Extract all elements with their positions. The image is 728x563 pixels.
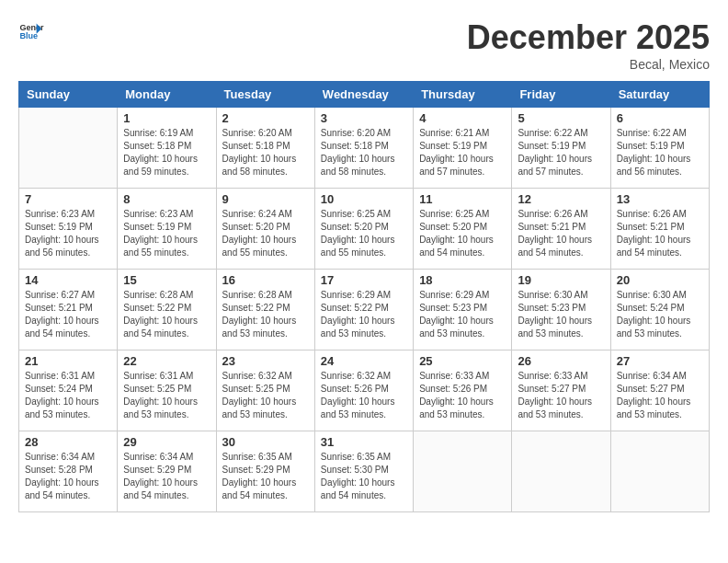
calendar-cell: 27Sunrise: 6:34 AM Sunset: 5:27 PM Dayli… xyxy=(610,350,709,431)
date-number: 22 xyxy=(123,354,210,368)
date-number: 21 xyxy=(25,354,111,368)
cell-info: Sunrise: 6:20 AM Sunset: 5:18 PM Dayligh… xyxy=(222,127,309,178)
date-number: 26 xyxy=(518,354,604,368)
date-number: 4 xyxy=(419,111,506,125)
date-number: 25 xyxy=(419,354,506,368)
date-number: 6 xyxy=(617,111,703,125)
cell-info: Sunrise: 6:34 AM Sunset: 5:27 PM Dayligh… xyxy=(617,370,703,421)
date-number: 29 xyxy=(123,435,210,449)
calendar-cell xyxy=(414,431,512,512)
calendar-cell: 14Sunrise: 6:27 AM Sunset: 5:21 PM Dayli… xyxy=(19,270,118,350)
date-number: 24 xyxy=(321,354,407,368)
date-number: 23 xyxy=(222,354,309,368)
calendar-cell: 1Sunrise: 6:19 AM Sunset: 5:18 PM Daylig… xyxy=(118,108,216,189)
date-number: 3 xyxy=(321,111,407,125)
cell-info: Sunrise: 6:33 AM Sunset: 5:26 PM Dayligh… xyxy=(419,370,506,421)
day-header-thursday: Thursday xyxy=(414,82,512,108)
cell-info: Sunrise: 6:30 AM Sunset: 5:24 PM Dayligh… xyxy=(617,289,703,340)
cell-info: Sunrise: 6:28 AM Sunset: 5:22 PM Dayligh… xyxy=(222,289,309,340)
calendar-cell: 3Sunrise: 6:20 AM Sunset: 5:18 PM Daylig… xyxy=(314,108,413,189)
cell-info: Sunrise: 6:30 AM Sunset: 5:23 PM Dayligh… xyxy=(518,289,604,340)
logo-icon: General Blue xyxy=(18,18,44,44)
calendar-table: SundayMondayTuesdayWednesdayThursdayFrid… xyxy=(18,81,710,512)
date-number: 31 xyxy=(321,435,407,449)
calendar-cell: 9Sunrise: 6:24 AM Sunset: 5:20 PM Daylig… xyxy=(216,189,314,270)
calendar-body: 1Sunrise: 6:19 AM Sunset: 5:18 PM Daylig… xyxy=(19,108,710,512)
cell-info: Sunrise: 6:34 AM Sunset: 5:28 PM Dayligh… xyxy=(25,451,111,502)
calendar-cell: 26Sunrise: 6:33 AM Sunset: 5:27 PM Dayli… xyxy=(512,350,610,431)
calendar-cell: 23Sunrise: 6:32 AM Sunset: 5:25 PM Dayli… xyxy=(216,350,314,431)
date-number: 9 xyxy=(222,192,309,206)
calendar-cell: 10Sunrise: 6:25 AM Sunset: 5:20 PM Dayli… xyxy=(314,189,413,270)
cell-info: Sunrise: 6:22 AM Sunset: 5:19 PM Dayligh… xyxy=(518,127,604,178)
date-number: 19 xyxy=(518,273,604,287)
date-number: 17 xyxy=(321,273,407,287)
cell-info: Sunrise: 6:23 AM Sunset: 5:19 PM Dayligh… xyxy=(123,208,210,259)
date-number: 1 xyxy=(123,111,210,125)
calendar-cell: 21Sunrise: 6:31 AM Sunset: 5:24 PM Dayli… xyxy=(19,350,118,431)
date-number: 2 xyxy=(222,111,309,125)
calendar-week-2: 7Sunrise: 6:23 AM Sunset: 5:19 PM Daylig… xyxy=(19,189,710,270)
cell-info: Sunrise: 6:32 AM Sunset: 5:25 PM Dayligh… xyxy=(222,370,309,421)
calendar-cell: 5Sunrise: 6:22 AM Sunset: 5:19 PM Daylig… xyxy=(512,108,610,189)
cell-info: Sunrise: 6:27 AM Sunset: 5:21 PM Dayligh… xyxy=(25,289,111,340)
date-number: 8 xyxy=(123,192,210,206)
day-header-sunday: Sunday xyxy=(19,82,118,108)
date-number: 28 xyxy=(25,435,111,449)
cell-info: Sunrise: 6:26 AM Sunset: 5:21 PM Dayligh… xyxy=(518,208,604,259)
day-headers-row: SundayMondayTuesdayWednesdayThursdayFrid… xyxy=(19,82,710,108)
date-number: 20 xyxy=(617,273,703,287)
calendar-cell: 13Sunrise: 6:26 AM Sunset: 5:21 PM Dayli… xyxy=(610,189,709,270)
calendar-cell: 25Sunrise: 6:33 AM Sunset: 5:26 PM Dayli… xyxy=(414,350,512,431)
title-section: December 2025 Becal, Mexico xyxy=(467,18,710,72)
date-number: 27 xyxy=(617,354,703,368)
calendar-cell: 16Sunrise: 6:28 AM Sunset: 5:22 PM Dayli… xyxy=(216,270,314,350)
calendar-cell: 12Sunrise: 6:26 AM Sunset: 5:21 PM Dayli… xyxy=(512,189,610,270)
calendar-cell: 18Sunrise: 6:29 AM Sunset: 5:23 PM Dayli… xyxy=(414,270,512,350)
calendar-week-4: 21Sunrise: 6:31 AM Sunset: 5:24 PM Dayli… xyxy=(19,350,710,431)
calendar-cell: 22Sunrise: 6:31 AM Sunset: 5:25 PM Dayli… xyxy=(118,350,216,431)
calendar-cell: 11Sunrise: 6:25 AM Sunset: 5:20 PM Dayli… xyxy=(414,189,512,270)
cell-info: Sunrise: 6:26 AM Sunset: 5:21 PM Dayligh… xyxy=(617,208,703,259)
cell-info: Sunrise: 6:31 AM Sunset: 5:25 PM Dayligh… xyxy=(123,370,210,421)
calendar-cell: 8Sunrise: 6:23 AM Sunset: 5:19 PM Daylig… xyxy=(118,189,216,270)
calendar-cell: 19Sunrise: 6:30 AM Sunset: 5:23 PM Dayli… xyxy=(512,270,610,350)
calendar-cell: 28Sunrise: 6:34 AM Sunset: 5:28 PM Dayli… xyxy=(19,431,118,512)
calendar-cell: 6Sunrise: 6:22 AM Sunset: 5:19 PM Daylig… xyxy=(610,108,709,189)
calendar-cell: 30Sunrise: 6:35 AM Sunset: 5:29 PM Dayli… xyxy=(216,431,314,512)
day-header-tuesday: Tuesday xyxy=(216,82,314,108)
calendar-week-5: 28Sunrise: 6:34 AM Sunset: 5:28 PM Dayli… xyxy=(19,431,710,512)
calendar-cell: 7Sunrise: 6:23 AM Sunset: 5:19 PM Daylig… xyxy=(19,189,118,270)
day-header-monday: Monday xyxy=(118,82,216,108)
calendar-cell: 4Sunrise: 6:21 AM Sunset: 5:19 PM Daylig… xyxy=(414,108,512,189)
date-number: 30 xyxy=(222,435,309,449)
cell-info: Sunrise: 6:25 AM Sunset: 5:20 PM Dayligh… xyxy=(419,208,506,259)
day-header-wednesday: Wednesday xyxy=(314,82,413,108)
date-number: 11 xyxy=(419,192,506,206)
cell-info: Sunrise: 6:28 AM Sunset: 5:22 PM Dayligh… xyxy=(123,289,210,340)
cell-info: Sunrise: 6:34 AM Sunset: 5:29 PM Dayligh… xyxy=(123,451,210,502)
cell-info: Sunrise: 6:35 AM Sunset: 5:30 PM Dayligh… xyxy=(321,451,407,502)
month-title: December 2025 xyxy=(467,18,710,57)
svg-text:General: General xyxy=(19,23,44,32)
calendar-cell: 17Sunrise: 6:29 AM Sunset: 5:22 PM Dayli… xyxy=(314,270,413,350)
date-number: 7 xyxy=(25,192,111,206)
cell-info: Sunrise: 6:25 AM Sunset: 5:20 PM Dayligh… xyxy=(321,208,407,259)
cell-info: Sunrise: 6:35 AM Sunset: 5:29 PM Dayligh… xyxy=(222,451,309,502)
date-number: 12 xyxy=(518,192,604,206)
date-number: 14 xyxy=(25,273,111,287)
cell-info: Sunrise: 6:23 AM Sunset: 5:19 PM Dayligh… xyxy=(25,208,111,259)
calendar-cell xyxy=(512,431,610,512)
cell-info: Sunrise: 6:19 AM Sunset: 5:18 PM Dayligh… xyxy=(123,127,210,178)
cell-info: Sunrise: 6:33 AM Sunset: 5:27 PM Dayligh… xyxy=(518,370,604,421)
day-header-saturday: Saturday xyxy=(610,82,709,108)
cell-info: Sunrise: 6:31 AM Sunset: 5:24 PM Dayligh… xyxy=(25,370,111,421)
calendar-week-3: 14Sunrise: 6:27 AM Sunset: 5:21 PM Dayli… xyxy=(19,270,710,350)
svg-text:Blue: Blue xyxy=(19,31,38,40)
date-number: 13 xyxy=(617,192,703,206)
date-number: 5 xyxy=(518,111,604,125)
calendar-cell xyxy=(19,108,118,189)
calendar-cell: 24Sunrise: 6:32 AM Sunset: 5:26 PM Dayli… xyxy=(314,350,413,431)
location-subtitle: Becal, Mexico xyxy=(467,57,710,72)
cell-info: Sunrise: 6:21 AM Sunset: 5:19 PM Dayligh… xyxy=(419,127,506,178)
